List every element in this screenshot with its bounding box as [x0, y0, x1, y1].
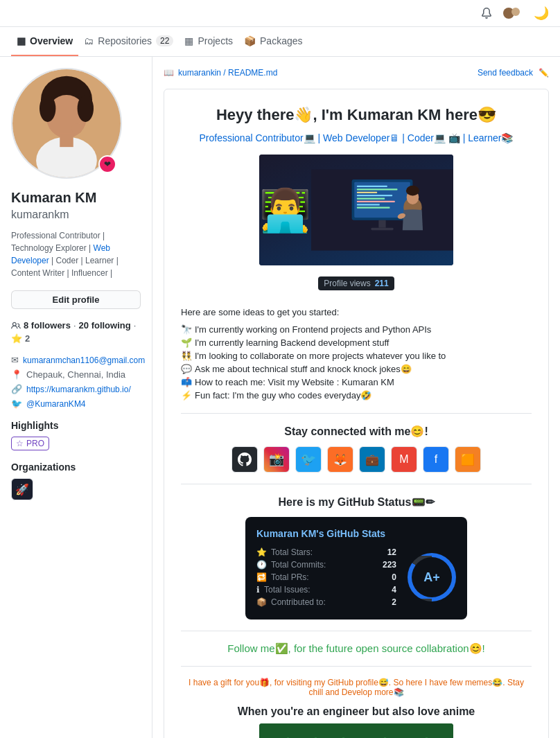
contact-info: ✉ kumaranmchan1106@gmail.com 📍 Chepauk, … — [11, 355, 141, 409]
svg-rect-8 — [60, 134, 73, 148]
followers-link[interactable]: 8 followers — [24, 320, 71, 331]
follow-me-section: Follow me✅, for the future open source c… — [181, 642, 532, 655]
readme-header-right: Send feedback ✏️ — [478, 68, 549, 78]
tab-projects-label: Projects — [198, 35, 233, 46]
projects-icon: ▦ — [184, 35, 193, 46]
follow-me-text: Follow me✅, for the future open source c… — [227, 642, 485, 654]
svg-point-1 — [511, 8, 520, 16]
readme-area: 📖 kumarankin / README.md Send feedback ✏… — [152, 57, 560, 738]
main-layout: ❤ Kumaran KM kumarankm Professional Cont… — [0, 57, 560, 738]
svg-point-6 — [78, 95, 94, 122]
contact-location: 📍 Chepauk, Chennai, India — [11, 369, 141, 380]
profile-tabs: ▦ Overview 🗂 Repositories 22 ▦ Projects … — [0, 27, 560, 57]
meme-section: When you're an engineer but also love an… — [181, 705, 532, 738]
grade-circle-inner: A+ — [412, 557, 452, 597]
svg-rect-27 — [259, 723, 453, 738]
bullet-item-2: 🌱 I'm currently learning Backend develop… — [181, 336, 532, 349]
readme-subtitle: Professional Contributor💻 | Web Develope… — [181, 132, 532, 143]
bullet-icon-1: 🔭 — [181, 324, 192, 335]
nav-user-avatar[interactable]: 🌙 — [500, 6, 549, 21]
send-feedback-link[interactable]: Send feedback — [478, 68, 533, 78]
bullet-text-1: I'm currently working on Frontend projec… — [195, 324, 431, 335]
prs-icon: 🔁 — [256, 572, 267, 582]
profile-name: Kumaran KM — [11, 190, 141, 206]
profile-username: kumarankm — [11, 209, 141, 221]
bullet-text-5: How to reach me: Visit my Website : Kuma… — [195, 377, 394, 387]
tab-projects[interactable]: ▦ Projects — [179, 27, 238, 56]
edit-profile-button[interactable]: Edit profile — [11, 290, 141, 309]
top-nav: 🌙 — [0, 0, 560, 27]
following-link[interactable]: 20 following — [79, 320, 131, 331]
bullet-text-4: Ask me about technical stuff and knock k… — [195, 364, 412, 374]
readme-header: 📖 kumarankin / README.md Send feedback ✏… — [164, 68, 549, 78]
stat-issues: ℹ Total Issues: 4 — [256, 583, 396, 596]
avatar-instagram-badge[interactable]: ❤ — [98, 155, 116, 173]
contact-website: 🔗 https://kumarankm.github.io/ — [11, 384, 141, 394]
github-status-title: Here is my GitHub Status📟✏ — [181, 495, 532, 509]
contact-email: ✉ kumaranmchan1106@gmail.com — [11, 355, 141, 365]
bullet-item-4: 💬 Ask me about technical stuff and knock… — [181, 362, 532, 376]
svg-rect-22 — [371, 228, 393, 231]
profile-bio: Professional Contributor | Technology Ex… — [11, 229, 141, 279]
bullet-icon-4: 💬 — [181, 364, 192, 374]
org-avatar[interactable]: 🚀 — [11, 478, 33, 500]
grade-letter: A+ — [423, 570, 440, 585]
bio-webdev-link[interactable]: Web Developer — [11, 243, 110, 265]
sidebar: ❤ Kumaran KM kumarankm Professional Cont… — [0, 57, 152, 738]
social-icon-linkedin[interactable]: 💼 — [359, 446, 385, 473]
divider-4 — [181, 666, 532, 667]
profile-views-badge: Profile views 211 — [318, 276, 394, 290]
contributed-label: Contributed to: — [271, 597, 387, 607]
bullet-text-6: Fun fact: I'm the guy who codes everyday… — [195, 390, 372, 401]
coding-scene-svg — [311, 155, 453, 265]
social-icon-twitter[interactable]: 🐦 — [295, 446, 322, 473]
circuit-svg — [259, 723, 453, 738]
svg-point-25 — [406, 186, 419, 196]
social-icon-gitlab[interactable]: 🦊 — [327, 446, 353, 473]
tab-packages-label: Packages — [260, 35, 302, 46]
social-icon-stackoverflow[interactable]: 🟧 — [455, 446, 481, 473]
readme-path[interactable]: kumarankin / README.md — [178, 68, 277, 78]
stay-connected-title: Stay connected with me😊! — [181, 425, 532, 438]
edit-readme-icon[interactable]: ✏️ — [539, 68, 549, 78]
notification-icon[interactable] — [481, 8, 492, 19]
svg-rect-18 — [357, 201, 395, 202]
bullet-item-1: 🔭 I'm currently working on Frontend proj… — [181, 323, 532, 336]
stars-value: 12 — [387, 547, 396, 557]
location-icon: 📍 — [11, 369, 22, 380]
social-icons-row: 📸 🐦 🦊 💼 M — [181, 446, 532, 473]
website-link[interactable]: https://kumarankm.github.io/ — [26, 385, 131, 394]
tab-packages[interactable]: 📦 Packages — [238, 27, 308, 56]
bullet-text-3: I'm looking to collaborate on more proje… — [195, 351, 446, 361]
prs-label: Total PRs: — [271, 572, 387, 582]
stats-grid: ⭐ Total Stars: 12 🕐 Total Commits: 223 — [256, 546, 456, 608]
twitter-icon: 🐦 — [11, 398, 22, 409]
readme-ideas-title: Here are some ideas to get you started: — [181, 307, 532, 317]
gift-text: I have a gift for you🎁, for visiting my … — [181, 678, 532, 697]
social-icon-instagram[interactable]: 📸 — [263, 446, 290, 473]
svg-rect-13 — [357, 186, 387, 187]
social-icon-gmail[interactable]: M — [391, 446, 417, 473]
twitter-link[interactable]: @KumaranKM4 — [26, 399, 86, 409]
overview-icon: ▦ — [17, 35, 26, 46]
divider-1 — [181, 413, 532, 414]
avatar-container: ❤ — [11, 68, 122, 179]
readme-header-left: 📖 kumarankin / README.md — [164, 68, 277, 78]
stat-commits: 🕐 Total Commits: 223 — [256, 559, 396, 571]
tab-overview[interactable]: ▦ Overview — [11, 27, 78, 56]
contributed-value: 2 — [392, 597, 396, 607]
commits-icon: 🕐 — [256, 560, 267, 570]
org-icon: 🚀 — [15, 483, 29, 496]
tab-repositories[interactable]: 🗂 Repositories 22 — [78, 27, 179, 56]
social-icon-github[interactable] — [231, 446, 258, 473]
social-icon-facebook[interactable]: f — [423, 446, 449, 473]
bullet-text-2: I'm currently learning Backend developme… — [195, 337, 389, 348]
email-link[interactable]: kumaranmchan1106@gmail.com — [23, 355, 145, 365]
divider-3 — [181, 631, 532, 631]
tab-repositories-label: Repositories — [98, 35, 152, 46]
grade-container: A+ — [408, 546, 456, 608]
contact-twitter: 🐦 @KumaranKM4 — [11, 398, 141, 409]
github-stats-card: Kumaran KM's GitHub Stats ⭐ Total Stars:… — [245, 517, 467, 620]
pro-label: PRO — [26, 439, 44, 448]
nav-icons: 🌙 — [481, 6, 549, 21]
